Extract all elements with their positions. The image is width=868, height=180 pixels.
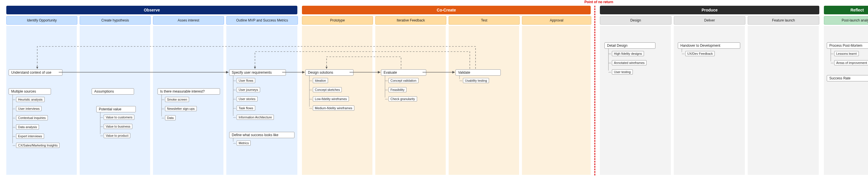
node-annotated: Annotated wireframes — [612, 60, 647, 65]
node-usability: Usability testing — [463, 78, 489, 83]
node-metrics: Metrics — [237, 141, 251, 146]
node-feasibility: Feasibility — [389, 87, 406, 92]
point-of-no-return-line — [594, 6, 595, 175]
node-lessons: Lessons learnt — [834, 51, 859, 56]
node-smoke: Smoke screen — [165, 97, 189, 102]
node-evaluate: Evaluate — [381, 69, 426, 76]
node-multiple-sources: Multiple sources — [9, 88, 51, 95]
lane-design: Design — [600, 16, 672, 25]
node-user-flows: User flows — [237, 78, 255, 83]
lane-bg — [448, 26, 519, 175]
node-lofi: Low-fidelity wireframes — [313, 96, 349, 101]
node-user-testing: User testing — [612, 69, 633, 74]
node-handover: Handover to Development — [678, 42, 740, 49]
lane-bg — [748, 26, 819, 175]
phase-observe: Observe — [6, 6, 297, 14]
node-task-flows: Task flows — [237, 106, 255, 111]
process-diagram: { "point_of_no_return": "Point of no ret… — [0, 0, 868, 180]
node-uxdev: UX/Dev Feedback — [685, 51, 715, 56]
node-concept-validation: Concept validation — [389, 78, 418, 83]
node-measurable-interest: Is there measurable interest? — [158, 88, 220, 95]
node-post-mortem: Process Post-Mortem — [827, 42, 868, 49]
point-of-no-return-label: Point of no return — [584, 0, 613, 4]
lane-deliver: Deliver — [674, 16, 745, 25]
lane-prototype: Prototype — [302, 16, 373, 25]
phase-produce: Produce — [600, 6, 819, 14]
lane-test: Test — [448, 16, 520, 25]
phase-reflect: Reflect — [824, 6, 868, 14]
node-detail-design: Detail Design — [604, 42, 655, 49]
node-hifi: High fidelity designs — [612, 51, 644, 56]
lane-asses-interest: Asses interest — [153, 16, 224, 25]
node-value-customers: Value to customers — [104, 115, 134, 120]
lane-bg — [522, 26, 591, 175]
node-heuristic: Heuristic analysis — [16, 97, 45, 102]
node-design-solutions: Design solutions — [305, 69, 353, 76]
lane-outline-mvp: Outline MVP and Success Metrics — [226, 16, 298, 25]
node-expert-interviews: Expert interviews — [16, 133, 44, 139]
node-assumptions: Assumptions — [92, 88, 134, 95]
node-specify-req: Specify user requirements — [229, 69, 286, 76]
node-value-product: Value to product — [104, 133, 130, 138]
node-success-rate: Success Rate — [827, 75, 868, 81]
node-define-success: Define what success looks like — [229, 132, 294, 138]
node-potential-value: Potential value — [96, 106, 136, 112]
node-understand-context: Understand context of use — [9, 69, 62, 76]
node-value-business: Value to business — [104, 124, 132, 129]
lane-iterative-feedback: Iterative Feedback — [375, 16, 446, 25]
node-granularity: Check granularity — [389, 96, 417, 101]
phase-cocreate: Co-Create — [302, 6, 591, 14]
lane-post-launch: Post-launch analysis — [824, 16, 868, 25]
node-data: Data — [165, 115, 176, 120]
node-user-stories: User stories — [237, 96, 257, 101]
node-newsletter: Newsletter sign-ups — [165, 106, 197, 111]
node-validate: Validate — [456, 69, 501, 76]
lane-bg — [80, 26, 150, 175]
lane-feature-launch: Feature launch — [748, 16, 819, 25]
node-ia: Information Architecture — [237, 115, 274, 120]
lane-identify-opportunity: Identify Opportunity — [6, 16, 78, 25]
node-cx-insights: CX/Sales/Marketing Insights — [16, 143, 60, 148]
node-contextual: Contextual inquiries — [16, 115, 48, 120]
node-user-journeys: User journeys — [237, 87, 260, 92]
node-ideation: Ideation — [313, 78, 328, 83]
node-user-interviews: User interviews — [16, 106, 41, 111]
lane-create-hypothesis: Create hypothesis — [80, 16, 151, 25]
node-data-analysis: Data analysis — [16, 124, 39, 129]
node-medfi: Medium-fidelity wireframes — [313, 106, 354, 111]
lane-approval: Approval — [522, 16, 591, 25]
node-concept-sketches: Concept sketches — [313, 87, 342, 92]
node-improve: Areas of improvement — [834, 60, 868, 65]
